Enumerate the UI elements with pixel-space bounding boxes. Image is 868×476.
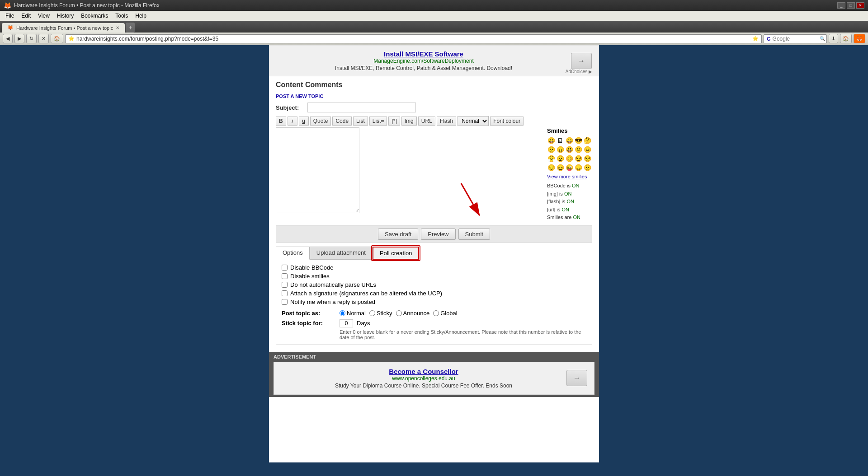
smiley-11[interactable]: 😤 <box>547 154 555 163</box>
file-menu[interactable]: File <box>2 12 18 20</box>
tab-options[interactable]: Options <box>276 247 310 260</box>
font-colour-button[interactable]: Font colour <box>490 117 524 126</box>
stick-topic-row: Stick topic for: Days <box>282 319 586 327</box>
search-input[interactable] <box>773 36 818 42</box>
bbcode-info: BBCode is ON [img] is ON [flash] is ON [… <box>547 182 592 222</box>
tags-button[interactable]: [*] <box>388 117 400 126</box>
edit-menu[interactable]: Edit <box>18 12 34 20</box>
smiley-20[interactable]: 😟 <box>583 163 591 172</box>
home-button[interactable]: 🏠 <box>51 34 63 43</box>
window-controls[interactable]: _ □ ✕ <box>837 2 864 9</box>
new-tab-button[interactable]: + <box>126 23 135 33</box>
active-tab[interactable]: 🦊 Hardware Insights Forum • Post a new t… <box>2 23 125 33</box>
smiley-14[interactable]: 😏 <box>574 154 582 163</box>
smiley-8[interactable]: 😃 <box>565 145 573 154</box>
smiley-7[interactable]: 😠 <box>556 145 564 154</box>
ff-icon[interactable]: 🦊 <box>854 34 865 43</box>
disable-smilies-checkbox[interactable] <box>282 273 288 279</box>
notify-reply-checkbox[interactable] <box>282 299 288 305</box>
smiley-10[interactable]: 😑 <box>583 145 591 154</box>
smiley-18[interactable]: 😜 <box>565 163 573 172</box>
smiley-5[interactable]: 🤔 <box>583 136 591 145</box>
stick-topic-input[interactable] <box>340 319 353 327</box>
smiley-16[interactable]: 😔 <box>547 163 555 172</box>
radio-normal[interactable]: Normal <box>340 310 366 317</box>
tab-close-icon[interactable]: ✕ <box>116 25 119 30</box>
ad-choices[interactable]: AdChoices ▶ <box>566 69 592 74</box>
img-status: [img] is ON <box>547 190 592 198</box>
smiley-1[interactable]: 😀 <box>547 136 555 145</box>
ad-arrow-button[interactable]: → <box>571 53 592 69</box>
quote-button[interactable]: Quote <box>310 117 331 126</box>
refresh-button[interactable]: ↻ <box>26 34 37 43</box>
radio-announce-label: Announce <box>403 310 430 317</box>
radio-announce[interactable]: Announce <box>396 310 430 317</box>
download-icon[interactable]: ⬇ <box>829 34 838 43</box>
smiley-6[interactable]: 😟 <box>547 145 555 154</box>
bookmarks-menu[interactable]: Bookmarks <box>77 12 112 20</box>
ad-title[interactable]: Install MSI/EXE Software <box>276 50 571 58</box>
img-button[interactable]: Img <box>401 117 417 126</box>
address-input[interactable] <box>76 36 752 42</box>
smiley-12[interactable]: 😧 <box>556 154 564 163</box>
radio-sticky-input[interactable] <box>369 310 375 316</box>
size-select[interactable]: Normal <box>458 116 489 126</box>
code-button[interactable]: Code <box>332 117 352 126</box>
preview-button[interactable]: Preview <box>421 229 455 240</box>
list-eq-button[interactable]: List= <box>369 117 387 126</box>
submit-button[interactable]: Submit <box>458 229 490 240</box>
bottom-ad-url: www.opencolleges.edu.au <box>281 375 566 382</box>
stop-button[interactable]: ✕ <box>38 34 49 43</box>
smiley-4[interactable]: 😎 <box>574 136 582 145</box>
smiley-17[interactable]: 😖 <box>556 163 564 172</box>
no-parse-urls-checkbox[interactable] <box>282 282 288 288</box>
view-menu[interactable]: View <box>34 12 53 20</box>
history-menu[interactable]: History <box>53 12 77 20</box>
save-draft-button[interactable]: Save draft <box>378 229 418 240</box>
radio-announce-input[interactable] <box>396 310 402 316</box>
subject-input[interactable] <box>307 103 416 112</box>
tab-upload-attachment[interactable]: Upload attachment <box>310 247 373 260</box>
disable-bbcode-checkbox[interactable] <box>282 265 288 271</box>
smiley-9[interactable]: 😕 <box>574 145 582 154</box>
smiley-13[interactable]: 😊 <box>565 154 573 163</box>
tools-menu[interactable]: Tools <box>112 12 132 20</box>
underline-button[interactable]: u <box>299 117 309 126</box>
bold-button[interactable]: B <box>276 117 286 126</box>
radio-sticky[interactable]: Sticky <box>369 310 392 317</box>
attach-signature-checkbox[interactable] <box>282 290 288 296</box>
search-box[interactable]: G 🔍 <box>764 34 827 43</box>
smiley-2[interactable]: 🗓 <box>556 136 564 145</box>
bottom-ad-banner: Become a Counsellor www.opencolleges.edu… <box>274 362 594 395</box>
bottom-ad-title[interactable]: Become a Counsellor <box>281 368 566 375</box>
radio-global-label: Global <box>440 310 458 317</box>
view-more-smilies[interactable]: View more smilies <box>547 174 592 179</box>
url-button[interactable]: URL <box>418 117 435 126</box>
nav-bar: ◀ ▶ ↻ ✕ 🏠 ⭐ ⭐ G 🔍 ⬇ 🏠 🦊 <box>0 33 868 45</box>
notify-reply-label: Notify me when a reply is posted <box>290 299 375 305</box>
close-button[interactable]: ✕ <box>856 2 864 9</box>
italic-button[interactable]: i <box>288 117 297 126</box>
forward-button[interactable]: ▶ <box>14 34 24 43</box>
flash-button[interactable]: Flash <box>437 117 456 126</box>
stick-label: Stick topic for: <box>282 320 336 327</box>
tab-poll-creation[interactable]: Poll creation <box>373 247 420 260</box>
home-nav-icon[interactable]: 🏠 <box>840 34 852 43</box>
help-menu[interactable]: Help <box>132 12 150 20</box>
smiley-3[interactable]: 😄 <box>565 136 573 145</box>
radio-global-input[interactable] <box>433 310 439 316</box>
back-button[interactable]: ◀ <box>3 34 13 43</box>
radio-global[interactable]: Global <box>433 310 458 317</box>
minimize-button[interactable]: _ <box>837 2 845 9</box>
maximize-button[interactable]: □ <box>847 2 855 9</box>
post-new-topic-label: POST A NEW TOPIC <box>276 93 592 99</box>
address-bar[interactable]: ⭐ ⭐ <box>65 34 762 43</box>
bottom-ad-arrow-button[interactable]: → <box>566 370 587 386</box>
radio-normal-input[interactable] <box>340 310 345 316</box>
list-button[interactable]: List <box>353 117 368 126</box>
message-textarea[interactable] <box>276 127 359 213</box>
smiley-15[interactable]: 😒 <box>583 154 591 163</box>
disable-smilies-label: Disable smilies <box>290 273 330 280</box>
nav-icons: ⬇ 🏠 🦊 <box>829 34 865 43</box>
smiley-19[interactable]: 😞 <box>574 163 582 172</box>
